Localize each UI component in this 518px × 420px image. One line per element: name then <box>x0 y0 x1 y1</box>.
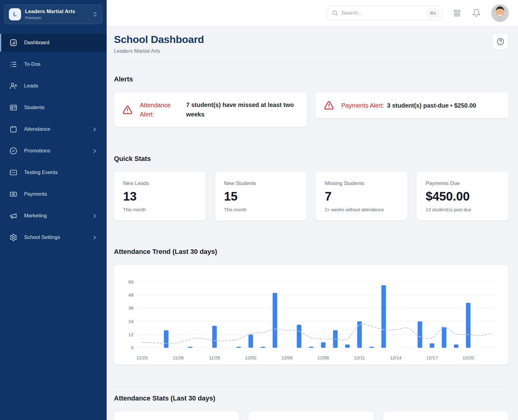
help-button[interactable] <box>492 34 508 49</box>
sidebar-item-label: Payments <box>24 191 98 197</box>
main-content: School Dashboard Leaders Martial Arts Al… <box>107 26 518 420</box>
sidebar-item-label: School Settings <box>24 234 85 240</box>
search-input[interactable] <box>342 10 423 16</box>
sidebar-item-label: Attendance <box>24 126 85 132</box>
sidebar-item-label: Promotions <box>24 148 85 154</box>
x-axis-tick-label: 11/29 <box>209 355 220 360</box>
circle-help-icon <box>496 37 505 46</box>
quick-stats-grid: New Leads 13 This month New Students 15 … <box>114 172 508 221</box>
triangle-alert-icon <box>122 105 133 115</box>
y-axis-tick-label: 12 <box>128 332 133 337</box>
search-icon <box>332 10 338 16</box>
bar <box>164 330 169 348</box>
alerts-section: Alerts Attendance Alert: 7 student(s) ha… <box>114 62 508 127</box>
sidebar-item-testing-events[interactable]: Testing Events <box>0 164 107 181</box>
sidebar-nav: DashboardTo-DosLeadsStudentsAttendancePr… <box>0 34 107 246</box>
bar <box>418 322 422 348</box>
user-plus-icon <box>9 82 17 90</box>
chevron-right-icon <box>92 148 98 154</box>
stat-card-missing-students: Missing Students 7 2+ weeks without atte… <box>316 172 407 221</box>
calendar-icon <box>9 125 17 133</box>
page-title: School Dashboard <box>114 34 204 45</box>
x-axis-tick-label: 12/17 <box>426 355 438 360</box>
sidebar-item-school-settings[interactable]: School Settings <box>0 229 107 246</box>
page-subtitle: Leaders Martial Arts <box>114 48 204 54</box>
alert-label: Payments Alert: <box>341 102 384 109</box>
sidebar: L Leaders Martial Arts Premium Dashboard… <box>0 0 107 420</box>
trend-line <box>142 324 492 343</box>
sidebar-item-label: Students <box>24 105 98 111</box>
y-axis-tick-label: 24 <box>128 319 133 324</box>
stat-subtext: This month <box>123 207 197 212</box>
stat-value: $450.00 <box>426 190 499 203</box>
sidebar-item-to-dos[interactable]: To-Dos <box>0 55 107 73</box>
bar <box>212 326 217 348</box>
sidebar-item-promotions[interactable]: Promotions <box>0 142 107 160</box>
gear-icon <box>9 233 17 241</box>
bar <box>345 344 350 348</box>
sidebar-item-attendance[interactable]: Attendance <box>0 120 107 138</box>
sidebar-item-marketing[interactable]: Marketing <box>0 207 107 225</box>
bar <box>261 347 265 348</box>
badge-check-icon <box>9 147 17 155</box>
org-switcher[interactable]: L Leaders Martial Arts Premium <box>4 5 102 24</box>
bar <box>357 322 362 348</box>
chevron-right-icon <box>92 213 98 219</box>
stat-card-new-students: New Students 15 This month <box>215 172 307 221</box>
quick-stats-heading: Quick Stats <box>114 155 508 163</box>
attendance-trend-chart-card: 0122436486011/2311/2611/2912/0212/0512/0… <box>114 265 508 365</box>
org-logo: L <box>9 8 21 20</box>
x-axis-tick-label: 12/14 <box>390 355 402 360</box>
stat-subtext: 2+ weeks without attendance <box>325 207 398 212</box>
user-avatar[interactable] <box>491 4 509 22</box>
stat-value: 7 <box>325 190 398 203</box>
bar <box>430 343 434 348</box>
sidebar-item-dashboard[interactable]: Dashboard <box>0 34 107 52</box>
x-axis-tick-label: 12/02 <box>245 355 257 360</box>
sidebar-item-students[interactable]: Students <box>0 99 107 116</box>
bar <box>321 342 325 348</box>
id-card-icon <box>9 104 17 112</box>
stat-value: 15 <box>224 190 297 203</box>
stat-label: Missing Students <box>325 180 398 187</box>
x-axis-tick-label: 12/08 <box>318 355 329 360</box>
bar <box>273 293 277 348</box>
sidebar-item-label: To-Dos <box>24 61 98 67</box>
x-axis-tick-label: 12/05 <box>281 355 293 360</box>
org-text: Leaders Martial Arts Premium <box>25 9 88 20</box>
stat-value: 13 <box>123 190 197 203</box>
sidebar-item-payments[interactable]: Payments <box>0 185 107 203</box>
y-axis-tick-label: 0 <box>131 345 133 350</box>
attendance-stats-card <box>383 411 508 420</box>
page-header: School Dashboard Leaders Martial Arts <box>114 34 508 54</box>
chevron-right-icon <box>92 126 98 132</box>
alert-label: Attendance Alert: <box>140 101 179 119</box>
stat-card-new-leads: New Leads 13 This month <box>114 172 206 221</box>
alert-message: 7 student(s) have missed at least two we… <box>186 100 298 119</box>
org-name: Leaders Martial Arts <box>25 9 88 15</box>
sidebar-item-label: Marketing <box>24 213 85 219</box>
bar <box>297 325 301 348</box>
bar <box>369 347 374 348</box>
y-axis-tick-label: 60 <box>128 279 133 284</box>
x-axis-tick-label: 11/23 <box>137 355 147 360</box>
x-axis-tick-label: 12/20 <box>463 355 474 360</box>
stat-card-payments-due: Payments Due $450.00 13 student(s) past … <box>417 172 508 221</box>
dashboard-icon <box>9 39 17 47</box>
stat-subtext: This month <box>224 207 297 212</box>
global-search[interactable]: ⌘K <box>327 6 442 20</box>
bar <box>466 303 470 348</box>
attendance-trend-chart: 0122436486011/2311/2611/2912/0212/0512/0… <box>120 272 502 362</box>
sidebar-item-label: Dashboard <box>24 40 98 46</box>
sidebar-item-label: Testing Events <box>24 169 98 176</box>
y-axis-tick-label: 48 <box>128 292 133 297</box>
org-plan-badge: Premium <box>25 16 88 20</box>
triangle-alert-icon <box>324 100 334 110</box>
rows-icon[interactable] <box>452 9 462 18</box>
stat-label: New Students <box>224 180 297 187</box>
bell-icon[interactable] <box>472 9 481 17</box>
topbar: ⌘K <box>107 0 518 26</box>
sidebar-item-leads[interactable]: Leads <box>0 77 107 95</box>
search-shortcut-badge: ⌘K <box>427 9 439 17</box>
stat-label: Payments Due <box>426 180 499 187</box>
